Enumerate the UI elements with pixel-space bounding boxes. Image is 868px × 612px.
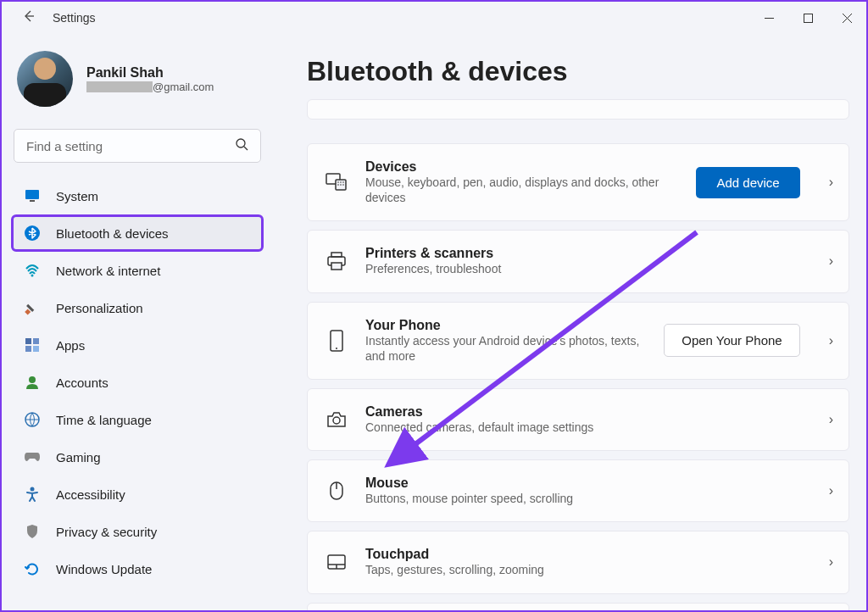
svg-point-22 bbox=[340, 181, 342, 183]
devices-icon bbox=[325, 170, 348, 194]
sidebar-item-label: Personalization bbox=[56, 301, 143, 315]
sidebar-item-accounts[interactable]: Accounts bbox=[12, 364, 263, 400]
sidebar-item-bluetooth[interactable]: Bluetooth & devices bbox=[12, 215, 263, 251]
sidebar-item-label: Windows Update bbox=[56, 562, 152, 576]
sidebar-item-apps[interactable]: Apps bbox=[12, 327, 263, 363]
card-printers[interactable]: Printers & scanners Preferences, trouble… bbox=[307, 230, 849, 292]
touchpad-icon bbox=[325, 550, 348, 574]
printer-icon bbox=[325, 249, 348, 273]
gaming-icon bbox=[24, 448, 41, 465]
card-title: Devices bbox=[365, 159, 679, 175]
update-icon bbox=[24, 560, 41, 577]
card-pen[interactable]: Pen & Windows Ink Right-handed or left-h… bbox=[307, 603, 849, 611]
back-button[interactable] bbox=[22, 9, 36, 26]
window-title: Settings bbox=[53, 11, 96, 25]
search-placeholder: Find a setting bbox=[26, 139, 103, 153]
card-title: Touchpad bbox=[365, 547, 805, 562]
search-input[interactable]: Find a setting bbox=[14, 129, 261, 163]
open-your-phone-button[interactable]: Open Your Phone bbox=[664, 324, 799, 357]
card-content: Printers & scanners Preferences, trouble… bbox=[365, 246, 805, 276]
privacy-icon bbox=[24, 523, 41, 540]
close-button[interactable] bbox=[827, 4, 866, 31]
card-sub: Preferences, troubleshoot bbox=[365, 261, 805, 276]
svg-rect-1 bbox=[804, 14, 812, 22]
minimize-button[interactable] bbox=[749, 4, 788, 31]
chevron-right-icon: › bbox=[829, 333, 833, 348]
phone-icon bbox=[325, 329, 348, 353]
svg-rect-12 bbox=[25, 338, 31, 344]
card-phone[interactable]: Your Phone Instantly access your Android… bbox=[307, 302, 849, 380]
card-content: Touchpad Taps, gestures, scrolling, zoom… bbox=[365, 547, 805, 577]
svg-point-24 bbox=[337, 184, 339, 186]
main: Bluetooth & devices Devices Mouse, keybo… bbox=[273, 34, 866, 610]
user-card[interactable]: Pankil Shah @gmail.com bbox=[12, 46, 263, 122]
sidebar-item-label: Bluetooth & devices bbox=[56, 226, 169, 241]
sidebar-item-label: Gaming bbox=[56, 450, 101, 465]
sidebar-item-accessibility[interactable]: Accessibility bbox=[12, 476, 263, 512]
content: Pankil Shah @gmail.com Find a setting Sy… bbox=[2, 34, 866, 610]
card-content: Cameras Connected cameras, default image… bbox=[365, 404, 805, 435]
nav-list: System Bluetooth & devices Network & int… bbox=[12, 178, 263, 587]
search-icon bbox=[235, 137, 248, 154]
sidebar-item-update[interactable]: Windows Update bbox=[12, 551, 263, 587]
title-left: Settings bbox=[22, 9, 96, 26]
card-devices[interactable]: Devices Mouse, keyboard, pen, audio, dis… bbox=[307, 143, 849, 221]
add-device-button[interactable]: Add device bbox=[696, 167, 799, 198]
sidebar-item-gaming[interactable]: Gaming bbox=[12, 439, 263, 475]
card-title: Mouse bbox=[365, 476, 805, 491]
chevron-right-icon: › bbox=[829, 483, 833, 498]
svg-point-9 bbox=[31, 275, 34, 277]
sidebar-item-label: Network & internet bbox=[56, 264, 160, 278]
email-suffix: @gmail.com bbox=[153, 81, 214, 93]
card-cameras[interactable]: Cameras Connected cameras, default image… bbox=[307, 388, 849, 451]
svg-point-23 bbox=[342, 181, 344, 183]
card-sub: Taps, gestures, scrolling, zooming bbox=[365, 562, 805, 577]
svg-rect-13 bbox=[33, 338, 39, 344]
sidebar-item-label: System bbox=[56, 189, 98, 203]
svg-point-18 bbox=[31, 487, 35, 492]
chevron-right-icon: › bbox=[829, 554, 833, 570]
card-touchpad[interactable]: Touchpad Taps, gestures, scrolling, zoom… bbox=[307, 531, 849, 593]
bluetooth-icon bbox=[24, 225, 41, 242]
svg-point-26 bbox=[342, 184, 344, 186]
sidebar-item-label: Time & language bbox=[56, 413, 152, 427]
svg-point-31 bbox=[336, 348, 337, 349]
sidebar-item-label: Accessibility bbox=[56, 487, 125, 502]
user-name: Pankil Shah bbox=[86, 65, 214, 81]
svg-point-25 bbox=[340, 184, 342, 186]
card-title: Printers & scanners bbox=[365, 246, 805, 261]
maximize-button[interactable] bbox=[788, 4, 827, 31]
card-content: Devices Mouse, keyboard, pen, audio, dis… bbox=[365, 159, 679, 205]
sidebar-item-time-language[interactable]: Time & language bbox=[12, 402, 263, 437]
accessibility-icon bbox=[24, 486, 41, 503]
svg-rect-15 bbox=[33, 346, 39, 352]
svg-line-5 bbox=[244, 147, 248, 150]
sidebar-item-personalization[interactable]: Personalization bbox=[12, 290, 263, 325]
chevron-right-icon: › bbox=[829, 175, 833, 190]
email-redacted bbox=[86, 81, 153, 92]
svg-rect-10 bbox=[25, 309, 31, 314]
avatar bbox=[17, 51, 73, 107]
card-content: Your Phone Instantly access your Android… bbox=[365, 318, 647, 364]
sidebar-item-system[interactable]: System bbox=[12, 178, 263, 214]
page-title: Bluetooth & devices bbox=[307, 56, 849, 87]
svg-point-32 bbox=[333, 417, 340, 424]
stub-card bbox=[307, 99, 849, 120]
chevron-right-icon: › bbox=[829, 253, 833, 269]
card-sub: Buttons, mouse pointer speed, scrolling bbox=[365, 491, 805, 506]
search-wrap: Find a setting bbox=[14, 129, 261, 163]
svg-point-21 bbox=[337, 181, 339, 183]
apps-icon bbox=[24, 337, 41, 353]
sidebar-item-label: Privacy & security bbox=[56, 525, 157, 539]
sidebar-item-network[interactable]: Network & internet bbox=[12, 253, 263, 288]
svg-rect-6 bbox=[25, 190, 39, 199]
card-sub: Connected cameras, default image setting… bbox=[365, 420, 805, 435]
card-content: Mouse Buttons, mouse pointer speed, scro… bbox=[365, 476, 805, 506]
time-language-icon bbox=[24, 411, 41, 428]
card-mouse[interactable]: Mouse Buttons, mouse pointer speed, scro… bbox=[307, 459, 849, 522]
title-bar: Settings bbox=[2, 2, 866, 34]
sidebar-item-privacy[interactable]: Privacy & security bbox=[12, 514, 263, 549]
chevron-right-icon: › bbox=[829, 412, 833, 427]
card-sub: Mouse, keyboard, pen, audio, displays an… bbox=[365, 175, 679, 205]
svg-point-16 bbox=[29, 376, 36, 383]
